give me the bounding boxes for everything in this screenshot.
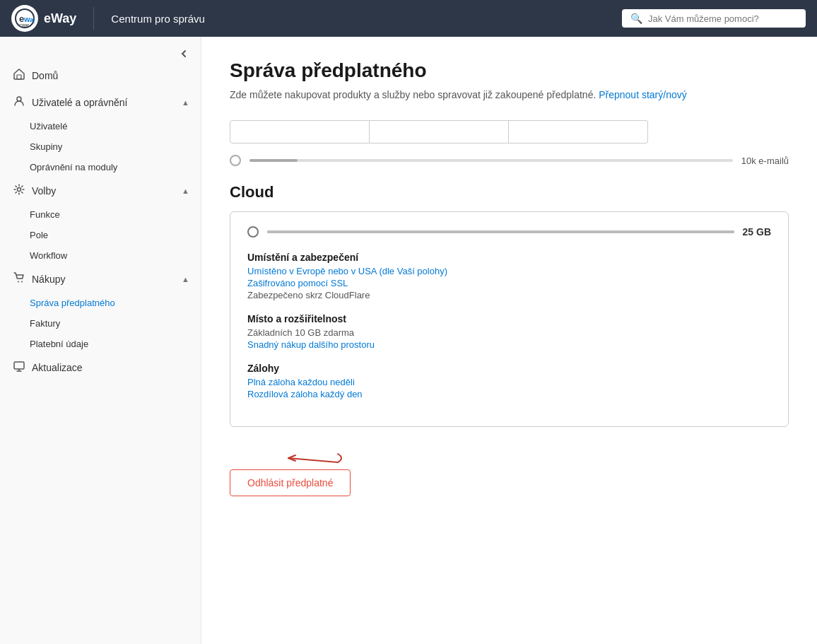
cloud-card: 25 GB Umístění a zabezpečení Umístěno v … <box>230 211 789 427</box>
topnav: e Way CRM eWay Centrum pro správu 🔍 <box>0 0 817 37</box>
sidebar-collapse-button[interactable] <box>0 42 201 62</box>
sidebar-sub-nakupy: Správa předplatného Faktury Platební úda… <box>0 293 201 354</box>
sidebar-label-nakupy: Nákupy <box>32 274 175 285</box>
cloud-section-title: Cloud <box>230 183 789 201</box>
sidebar-label-domu: Domů <box>32 70 189 81</box>
search-bar[interactable]: 🔍 <box>622 9 806 28</box>
segment-tab-1[interactable] <box>230 120 370 144</box>
sidebar-item-workflow[interactable]: Workflow <box>30 245 201 266</box>
sidebar-item-faktury[interactable]: Faktury <box>30 313 201 334</box>
sidebar-item-uzivatele-opravneni[interactable]: Uživatelé a oprávnění ▲ <box>0 89 201 116</box>
arrow-icon <box>281 450 345 467</box>
svg-point-7 <box>18 281 19 283</box>
cloud-slider-row: 25 GB <box>247 226 771 238</box>
sidebar-item-sprava-predplatneho[interactable]: Správa předplatného <box>30 293 201 313</box>
cloud-slider-thumb <box>247 226 259 238</box>
svg-text:CRM: CRM <box>19 23 29 28</box>
sidebar-item-uzivatele[interactable]: Uživatelé <box>30 116 201 136</box>
email-slider-thumb <box>230 155 241 166</box>
feature-item-misto-1: Základních 10 GB zdarma <box>247 327 771 338</box>
feature-title-umisteni: Umístění a zabezpečení <box>247 252 771 263</box>
content-area: Správa předplatného Zde můžete nakupovat… <box>201 37 817 644</box>
sidebar-label-aktualizace: Aktualizace <box>32 362 189 373</box>
monitor-icon <box>13 361 25 375</box>
arrow-container <box>230 450 345 467</box>
feature-title-zalohy: Zálohy <box>247 363 771 374</box>
unsubscribe-container: Odhlásit předplatné <box>230 450 351 496</box>
main-layout: Domů Uživatelé a oprávnění ▲ Uživatelé S… <box>0 37 817 644</box>
sidebar-sub-volby: Funkce Pole Workflow <box>0 204 201 266</box>
cloud-slider-label: 25 GB <box>743 226 771 238</box>
chevron-up-icon-volby: ▲ <box>182 187 189 195</box>
sidebar-sub-uzivatele: Uživatelé Skupiny Oprávnění na moduly <box>0 116 201 177</box>
sidebar-item-volby[interactable]: Volby ▲ <box>0 177 201 204</box>
sidebar-item-domu[interactable]: Domů <box>0 62 201 89</box>
sidebar-item-aktualizace[interactable]: Aktualizace <box>0 354 201 381</box>
feature-title-misto: Místo a rozšiřitelnost <box>247 313 771 324</box>
cloud-slider-fill <box>267 230 734 233</box>
svg-rect-9 <box>14 362 24 369</box>
page-title: Správa předplatného <box>230 59 789 82</box>
sidebar-label-volby: Volby <box>32 185 175 197</box>
page-subtitle: Zde můžete nakupovat produkty a služby n… <box>230 89 789 100</box>
feature-item-umisteni-1[interactable]: Umístěno v Evropě nebo v USA (dle Vaší p… <box>247 266 771 276</box>
feature-block-umisteni: Umístění a zabezpečení Umístěno v Evropě… <box>247 252 771 300</box>
chevron-up-icon: ▲ <box>182 98 189 107</box>
cloud-slider-track[interactable] <box>267 230 734 233</box>
logo-text: eWay <box>44 11 76 26</box>
sidebar-item-platebni-udaje[interactable]: Platební údaje <box>30 334 201 354</box>
svg-point-8 <box>21 281 23 283</box>
search-icon: 🔍 <box>630 13 642 24</box>
email-slider-label: 10k e-mailů <box>741 156 789 166</box>
svg-text:Way: Way <box>24 16 35 23</box>
home-icon <box>13 69 25 83</box>
unsubscribe-button[interactable]: Odhlásit předplatné <box>230 469 351 496</box>
nav-center-title: Centrum pro správu <box>111 13 205 25</box>
email-slider-fill <box>249 159 298 162</box>
feature-item-umisteni-2[interactable]: Zašifrováno pomocí SSL <box>247 278 771 288</box>
email-slider-row: 10k e-mailů <box>230 155 789 166</box>
svg-rect-4 <box>17 75 21 79</box>
user-icon <box>13 95 25 110</box>
sidebar-item-opravneni[interactable]: Oprávnění na moduly <box>30 157 201 177</box>
sidebar-item-nakupy[interactable]: Nákupy ▲ <box>0 266 201 293</box>
email-slider-track[interactable] <box>249 159 733 162</box>
sidebar-item-pole[interactable]: Pole <box>30 225 201 245</box>
unsubscribe-row: Odhlásit předplatné <box>230 450 789 496</box>
gear-icon <box>13 184 25 198</box>
feature-item-umisteni-3: Zabezpečeno skrz CloudFlare <box>247 290 771 300</box>
chevron-up-icon-nakupy: ▲ <box>182 275 189 283</box>
feature-item-misto-2[interactable]: Snadný nákup dalšího prostoru <box>247 339 771 350</box>
nav-divider <box>93 7 94 30</box>
sidebar-item-funkce[interactable]: Funkce <box>30 204 201 225</box>
shopping-icon <box>13 272 25 286</box>
feature-item-zalohy-1[interactable]: Plná záloha každou neděli <box>247 377 771 387</box>
sidebar: Domů Uživatelé a oprávnění ▲ Uživatelé S… <box>0 37 201 644</box>
svg-point-6 <box>18 188 21 192</box>
svg-point-5 <box>17 97 21 101</box>
search-input[interactable] <box>648 13 797 24</box>
feature-block-zalohy: Zálohy Plná záloha každou neděli Rozdílo… <box>247 363 771 399</box>
feature-block-misto: Místo a rozšiřitelnost Základních 10 GB … <box>247 313 771 350</box>
segment-tab-3[interactable] <box>509 120 648 144</box>
logo-icon: e Way CRM <box>11 5 38 32</box>
sidebar-item-skupiny[interactable]: Skupiny <box>30 136 201 157</box>
sidebar-label-uzivatele-opravneni: Uživatelé a oprávnění <box>32 97 175 108</box>
switch-link[interactable]: Přepnout starý/nový <box>599 89 687 100</box>
feature-item-zalohy-2[interactable]: Rozdílová záloha každý den <box>247 389 771 399</box>
segment-tab-2[interactable] <box>370 120 509 144</box>
segment-tabs <box>230 120 789 144</box>
logo: e Way CRM eWay <box>11 5 76 32</box>
